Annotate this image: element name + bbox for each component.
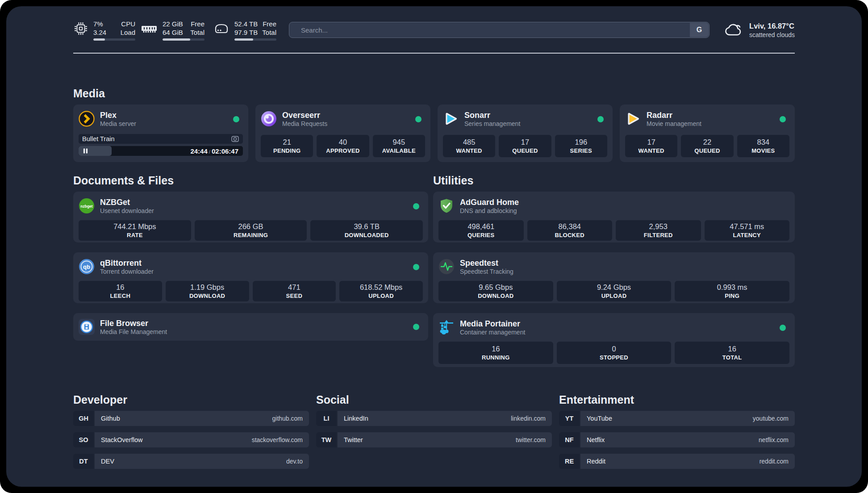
app-card-adguard[interactable]: AdGuard Home DNS and adblocking 498,461 … [433, 192, 795, 242]
app-name: Overseerr [282, 110, 327, 120]
stat-value: 0.993 ms [717, 283, 747, 292]
section-heading-developer: Developer [73, 392, 309, 407]
app-card-sonarr[interactable]: Sonarr Series management 485 WANTED 17 Q… [438, 104, 613, 162]
app-description: Media server [100, 120, 136, 128]
app-card-speedtest[interactable]: Speedtest Speedtest Tracking 9.65 Gbps D… [433, 252, 795, 303]
storage-free-value: 52.4 TB [234, 20, 258, 28]
developer-column: Developer GH Github github.com SO StackO… [73, 392, 309, 469]
svg-text:nzbget: nzbget [80, 204, 93, 209]
stat-value: 16 [728, 344, 736, 354]
stat-blocked: 86,384 BLOCKED [527, 220, 613, 241]
camera-icon[interactable] [231, 135, 239, 143]
elapsed-time: 24:44 [190, 147, 207, 155]
link-youtube[interactable]: YT YouTube youtube.com [559, 411, 795, 426]
memory-progress-bar [163, 38, 204, 41]
stat-upload: 9.24 Gbps UPLOAD [557, 281, 672, 301]
app-description: Media File Management [100, 328, 167, 336]
pause-icon[interactable] [83, 148, 88, 154]
link-twitter[interactable]: TW Twitter twitter.com [316, 432, 552, 447]
stat-label: LATENCY [733, 231, 761, 239]
link-tag: GH [73, 411, 94, 426]
stat-label: WANTED [638, 147, 664, 155]
stat-label: PING [725, 292, 739, 300]
svg-text:qb: qb [83, 263, 90, 270]
nzbget-icon: nzbget [79, 198, 95, 214]
link-url: github.com [272, 415, 303, 422]
link-url: twitter.com [516, 436, 546, 443]
qbittorrent-icon: qb [79, 259, 95, 275]
stat-downloaded: 39.6 TB DOWNLOADED [310, 220, 423, 241]
app-name: Radarr [647, 110, 701, 120]
link-tag: DT [73, 454, 94, 469]
app-card-qbittorrent[interactable]: qb qBittorrent Torrent downloader 16 LEE… [73, 252, 428, 303]
total-time: 02:06:47 [212, 147, 238, 155]
documents-column: Documents & Files nzbget NZBGet Usenet d… [73, 173, 428, 367]
stat-series: 196 SERIES [555, 135, 607, 157]
link-netflix[interactable]: NF Netflix netflix.com [559, 432, 795, 447]
stat-wanted: 17 WANTED [625, 135, 677, 157]
memory-free-value: 22 GiB [163, 20, 183, 28]
link-github[interactable]: GH Github github.com [73, 411, 309, 426]
header-divider [73, 53, 795, 54]
link-name: DEV [101, 458, 114, 465]
portainer-crane-icon [438, 319, 455, 335]
stat-running: 16 RUNNING [438, 342, 553, 364]
search-input[interactable] [289, 22, 709, 38]
link-tag: TW [316, 432, 337, 447]
stat-seed: 471 SEED [253, 281, 336, 301]
app-card-filebrowser[interactable]: File Browser Media File Management [73, 313, 428, 341]
status-dot [413, 203, 419, 209]
app-name: Sonarr [464, 110, 520, 120]
storage-total-value: 97.9 TB [234, 28, 258, 37]
app-card-plex[interactable]: Plex Media server Bullet Train [73, 104, 248, 162]
stat-value: 196 [575, 138, 588, 147]
app-card-radarr[interactable]: Radarr Movie management 17 WANTED 22 QUE… [620, 104, 795, 162]
stat-label: LEECH [110, 292, 131, 300]
plex-icon [79, 111, 95, 127]
link-dev[interactable]: DT DEV dev.to [73, 454, 309, 469]
stat-label: FILTERED [644, 231, 673, 239]
stat-label: WANTED [456, 147, 482, 155]
link-reddit[interactable]: RE Reddit reddit.com [559, 454, 795, 469]
link-name: Github [101, 415, 120, 422]
link-tag: NF [559, 432, 580, 447]
cpu-chip-icon [73, 21, 88, 36]
window-frame: 7% CPU 3.24 Load 22 GiB Free [0, 0, 868, 493]
app-description: DNS and adblocking [460, 207, 519, 215]
section-heading-utilities: Utilities [433, 173, 795, 188]
stat-label: REMAINING [234, 231, 268, 239]
app-description: Speedtest Tracking [460, 268, 513, 276]
storage-free-label: Free [263, 20, 276, 28]
stat-label: AVAILABLE [382, 147, 416, 155]
app-card-nzbget[interactable]: nzbget NZBGet Usenet downloader 744.21 M… [73, 192, 428, 242]
overseerr-icon [261, 111, 277, 127]
link-name: Netflix [587, 436, 605, 443]
link-stackoverflow[interactable]: SO StackOverflow stackoverflow.com [73, 432, 309, 447]
sonarr-icon [443, 111, 459, 127]
stat-value: 22 [703, 138, 711, 147]
stat-leech: 16 LEECH [79, 281, 162, 301]
stat-value: 266 GB [238, 222, 263, 231]
stat-value: 9.65 Gbps [479, 283, 513, 292]
app-card-overseerr[interactable]: Overseerr Media Requests 21 PENDING 40 A… [255, 104, 430, 162]
now-playing-row: Bullet Train [79, 134, 243, 144]
link-tag: RE [559, 454, 580, 469]
stat-value: 21 [283, 138, 291, 147]
cpu-label: CPU [121, 20, 135, 28]
link-tag: SO [73, 432, 94, 447]
cpu-progress-bar [93, 38, 135, 41]
link-url: reddit.com [760, 458, 789, 465]
link-linkedin[interactable]: LI LinkedIn linkedin.com [316, 411, 552, 426]
app-card-portainer[interactable]: Media Portainer Container management 16 … [433, 313, 795, 367]
media-grid: Plex Media server Bullet Train [73, 104, 795, 162]
status-dot [413, 324, 419, 330]
stat-upload: 618.52 Mbps UPLOAD [339, 281, 423, 301]
search-engine-button[interactable]: G [690, 23, 709, 37]
stat-stopped: 0 STOPPED [557, 342, 672, 364]
stat-movies: 834 MOVIES [737, 135, 789, 157]
stat-value: 0 [612, 344, 616, 354]
stat-label: SERIES [570, 147, 592, 155]
stat-value: 17 [521, 138, 529, 147]
app-description: Torrent downloader [100, 268, 154, 276]
status-dot [597, 116, 604, 122]
